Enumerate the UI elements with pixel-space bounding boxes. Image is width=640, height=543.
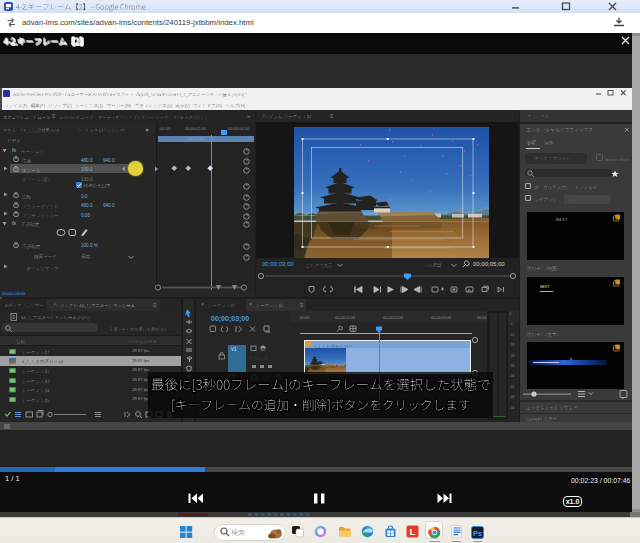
svg-text:Ps: Ps [473, 529, 482, 538]
svg-text:L: L [410, 526, 416, 537]
